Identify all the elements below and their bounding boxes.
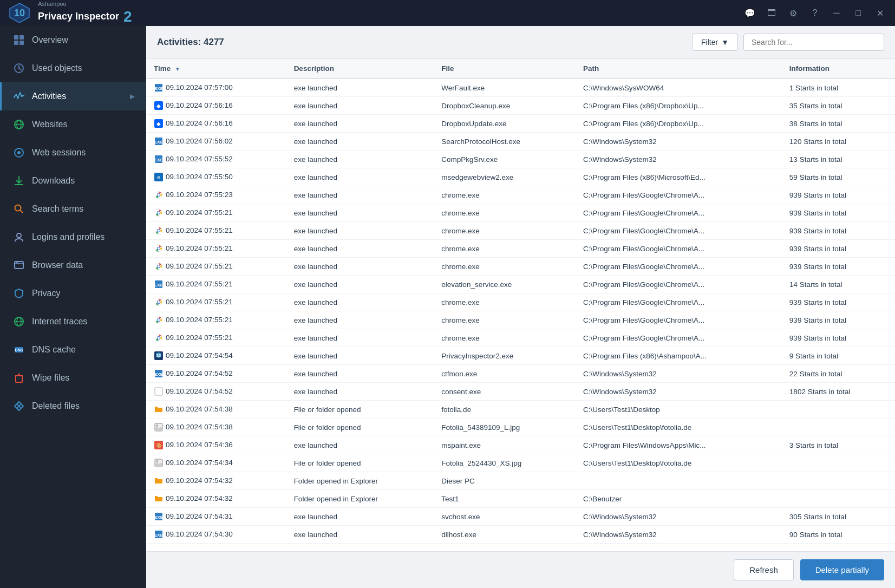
cell-path: C:\Program Files\WindowsApps\Mic...	[576, 436, 782, 454]
search-terms-icon	[12, 202, 25, 215]
maximize-button[interactable]: □	[850, 4, 867, 22]
sidebar-item-activities[interactable]: Activities ▶	[0, 82, 146, 110]
table-row: EXE09.10.2024 07:56:02 exe launched Sear…	[146, 133, 895, 151]
col-description[interactable]: Description	[286, 59, 434, 79]
chrome-icon	[154, 297, 164, 307]
table-row: 09.10.2024 07:55:21 exe launched chrome.…	[146, 258, 895, 276]
settings-button[interactable]: ⚙	[785, 4, 802, 22]
chrome-icon	[154, 208, 164, 218]
cell-file: PrivacyInspector2.exe	[434, 347, 576, 365]
sidebar-item-dns-cache[interactable]: DNS DNS cache	[0, 336, 146, 364]
col-information[interactable]: Information	[782, 59, 895, 79]
cell-description: exe launched	[286, 526, 434, 544]
cell-path: C:\Program Files (x86)\Microsoft\Ed...	[576, 168, 782, 186]
minimize-button[interactable]: ─	[828, 4, 845, 22]
cell-path: C:\Program Files\Google\Chrome\A...	[576, 329, 782, 347]
chrome-icon	[154, 333, 164, 343]
cell-description: exe launched	[286, 204, 434, 222]
cell-file: svchost.exe	[434, 508, 576, 526]
svg-point-83	[156, 460, 158, 462]
sidebar-item-used-objects[interactable]: Used objects	[0, 54, 146, 82]
cell-information: 1 Starts in total	[782, 79, 895, 97]
sidebar-item-label: DNS cache	[32, 345, 135, 355]
title-bar-left: 10 Ashampoo Privacy Inspector 2	[6, 0, 132, 26]
col-information-label: Information	[789, 64, 829, 73]
edge-icon: e	[154, 172, 164, 182]
content-header: Activities: 4277 Filter ▼	[146, 26, 895, 59]
sidebar-item-wipe-files[interactable]: Wipe files	[0, 364, 146, 392]
sidebar-item-search-terms[interactable]: Search terms	[0, 195, 146, 223]
grid-icon	[12, 34, 25, 47]
cell-description: exe launched	[286, 276, 434, 293]
cell-file: msedgewebview2.exe	[434, 168, 576, 186]
cell-time: EXE09.10.2024 07:55:21	[146, 276, 286, 293]
cell-time: EXE09.10.2024 07:54:52	[146, 365, 286, 383]
privacy-app-icon: 10	[154, 351, 164, 361]
svg-point-79	[156, 424, 158, 427]
cell-time: EXE09.10.2024 07:57:00	[146, 79, 286, 97]
filter-button[interactable]: Filter ▼	[692, 34, 738, 51]
table-row: 09.10.2024 07:55:21 exe launched chrome.…	[146, 329, 895, 347]
cell-file: Fotolia_2524430_XS.jpg	[434, 454, 576, 472]
folder-icon	[154, 404, 164, 414]
help-button[interactable]: ?	[806, 4, 824, 22]
cell-description: exe launched	[286, 383, 434, 401]
svg-point-60	[158, 265, 160, 267]
cell-path: C:\Program Files\Google\Chrome\A...	[576, 204, 782, 222]
table-row: EXE09.10.2024 07:55:21 exe launched elev…	[146, 276, 895, 293]
sidebar-item-web-sessions[interactable]: Web sessions	[0, 139, 146, 167]
cell-information: 305 Starts in total	[782, 508, 895, 526]
table-row: EXE09.10.2024 07:55:52 exe launched Comp…	[146, 151, 895, 168]
cell-file: elevation_service.exe	[434, 276, 576, 293]
close-button[interactable]: ✕	[871, 4, 889, 22]
sidebar-item-websites[interactable]: Websites	[0, 110, 146, 139]
cell-path: C:\Program Files\Google\Chrome\A...	[576, 222, 782, 240]
sidebar-item-logins[interactable]: Logins and profiles	[0, 223, 146, 251]
col-time[interactable]: Time ▼	[146, 59, 286, 79]
cell-description: File or folder opened	[286, 454, 434, 472]
cell-time: 09.10.2024 07:54:52	[146, 383, 286, 401]
app-logo: 10	[6, 0, 32, 26]
window-button[interactable]: 🗖	[763, 4, 780, 22]
sidebar-item-label: Privacy	[32, 289, 135, 298]
cell-information: 9 Starts in total	[782, 347, 895, 365]
cell-path: C:\Windows\System32	[576, 365, 782, 383]
sidebar-item-overview[interactable]: Overview	[0, 26, 146, 54]
svg-text:EXE: EXE	[154, 158, 163, 162]
cell-time: 09.10.2024 07:55:21	[146, 222, 286, 240]
table-row: EXE09.10.2024 07:54:30 exe launched dllh…	[146, 526, 895, 544]
table-row: EXE09.10.2024 07:54:31 exe launched svch…	[146, 508, 895, 526]
content-area: Activities: 4277 Filter ▼ Time ▼	[146, 26, 895, 588]
svg-text:◆: ◆	[156, 121, 161, 127]
col-file[interactable]: File	[434, 59, 576, 79]
col-path[interactable]: Path	[576, 59, 782, 79]
sidebar-item-deleted-files[interactable]: Deleted files	[0, 392, 146, 420]
table-row: 09.10.2024 07:55:21 exe launched chrome.…	[146, 311, 895, 329]
cell-path: C:\Program Files (x86)\Dropbox\Up...	[576, 115, 782, 133]
refresh-button[interactable]: Refresh	[734, 559, 794, 580]
cell-file: SearchProtocolHost.exe	[434, 133, 576, 151]
cell-file: Dieser PC	[434, 472, 576, 490]
sidebar-item-label: Logins and profiles	[32, 232, 135, 242]
cell-file: Fotolia_54389109_L.jpg	[434, 419, 576, 436]
svg-rect-77	[155, 388, 162, 395]
cell-information: 939 Starts in total	[782, 204, 895, 222]
search-input[interactable]	[743, 34, 884, 51]
cell-information: 13 Starts in total	[782, 151, 895, 168]
svg-rect-5	[19, 41, 24, 45]
chat-button[interactable]: 💬	[741, 4, 759, 22]
table-row: 09.10.2024 07:54:52 exe launched consent…	[146, 383, 895, 401]
sort-desc-icon: ▼	[175, 66, 180, 72]
delete-partially-button[interactable]: Delete partially	[800, 559, 884, 580]
table-row: 09.10.2024 07:54:32 Folder opened in Exp…	[146, 490, 895, 508]
svg-text:EXE: EXE	[154, 372, 163, 377]
cell-description: Folder opened in Explorer	[286, 490, 434, 508]
svg-text:◆: ◆	[156, 103, 161, 109]
sidebar-item-downloads[interactable]: Downloads	[0, 167, 146, 195]
exe-icon: EXE	[154, 83, 164, 93]
sidebar-item-internet-traces[interactable]: Internet traces	[0, 308, 146, 336]
sidebar-item-browser-data[interactable]: Browser data	[0, 251, 146, 279]
cell-time: 09.10.2024 07:54:32	[146, 472, 286, 490]
sidebar-item-privacy[interactable]: Privacy	[0, 279, 146, 308]
cell-path: C:\Windows\SysWOW64	[576, 79, 782, 97]
